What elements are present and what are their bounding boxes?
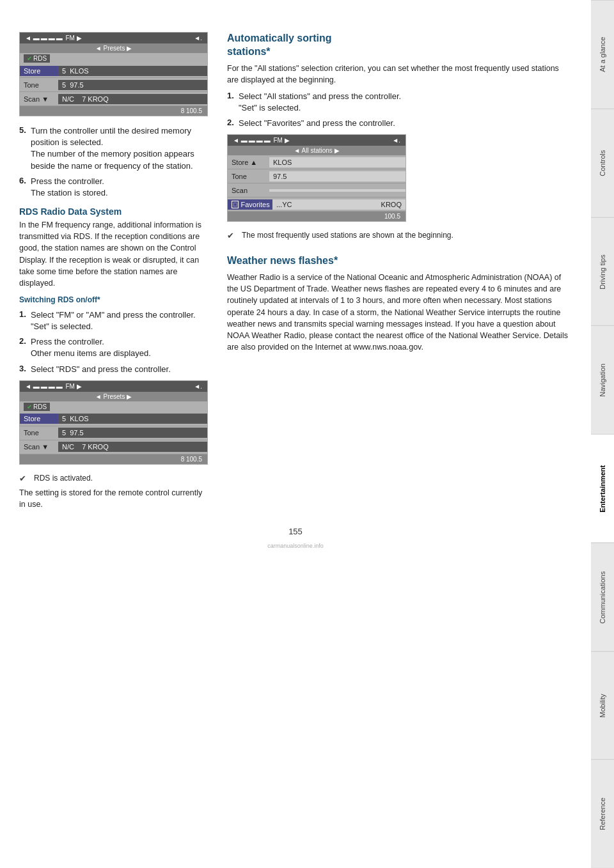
auto-top-bar-left: ◄ ▬▬▬▬ FM ▶ [233,137,290,144]
tab-reference[interactable]: Reference [591,759,614,868]
bottom-bar-2: 8 100.5 [20,454,207,464]
switch-step-1: 1. Select "FM" or "AM" and press the con… [19,309,208,332]
store-label2: Store [20,414,58,424]
screenshot1: ◄ ▬▬▬▬ FM ▶ ◄. ◄ Presets ▶ ✔RDS Store 5 … [19,32,208,116]
fav-right: KROQ [381,201,402,208]
rds-note: The setting is stored for the remote con… [19,487,208,510]
favorites-content: ...YC KROQ [272,199,405,210]
scan-content: N/C 7 KROQ [58,94,207,104]
as-tone-label: Tone [228,171,269,182]
auto-note-text: The most frequently used stations are sh… [242,231,453,240]
switch-step2-text: Press the controller. [31,337,104,346]
tab-at-a-glance[interactable]: At a glance [591,0,614,109]
switch-step1-sub: "Set" is selected. [31,322,93,331]
step5-text: Turn the controller until the desired me… [31,126,191,147]
scan-content2: N/C 7 KROQ [58,442,207,452]
favorites-box-icon: □ [232,201,239,208]
checkmark-icon: ✔ [19,474,31,483]
auto-step1-sub: "Set" is selected. [239,103,301,112]
scan-label2: Scan ▼ [20,442,58,452]
store-label: Store [20,66,58,76]
as-tone-content: 97.5 [269,171,405,182]
step-5: 5. Turn the controller until the desired… [19,125,208,172]
nav-bar-presets: ◄ Presets ▶ [20,43,207,53]
nav-bar-presets2: ◄ Presets ▶ [20,392,207,401]
steps-5-6: 5. Turn the controller until the desired… [19,125,208,199]
tone-content: 5 97.5 [58,80,207,90]
tab-mobility[interactable]: Mobility [591,651,614,760]
switch-step2-sub: Other menu items are displayed. [31,348,151,358]
auto-sort-note: ✔ The most frequently used stations are … [227,231,572,240]
step5-sub: The number of the memory position appear… [31,149,194,170]
weather-heading: Weather news flashes* [227,254,572,268]
scan-label: Scan ▼ [20,94,58,104]
tab-entertainment[interactable]: Entertainment [591,434,614,543]
tone-content2: 5 97.5 [58,428,207,438]
tab-controls[interactable]: Controls [591,109,614,217]
switching-rds-heading: Switching RDS on/off* [19,295,208,304]
right-column: Automatically sorting stations* For the … [227,32,572,514]
auto-sort-screenshot: ◄ ▬▬▬▬ FM ▶ ◄. ◄ All stations ▶ Store ▲ … [227,134,572,222]
top-bar-right2: ◄. [194,383,202,390]
auto-step1-text: Select "All stations" and press the cont… [239,91,401,101]
tab-driving-tips[interactable]: Driving tips [591,217,614,326]
auto-step2-text: Select "Favorites" and press the control… [239,118,572,129]
tab-bar: At a glance Controls Driving tips Naviga… [591,0,614,868]
bottom-bar-1: 8 100.5 [20,106,207,116]
auto-top-bar-right: ◄. [392,137,400,144]
switch-step1-text: Select "FM" or "AM" and press the contro… [31,310,196,320]
rds-body: In the FM frequency range, additional in… [19,219,208,289]
tone-label: Tone [20,80,58,90]
as-scan-content [269,189,405,192]
switch-step-2: 2. Press the controller. Other menu item… [19,336,208,359]
bottom-watermark: carmanualsonline.info [19,543,572,549]
step6-sub: The station is stored. [31,188,108,198]
all-stations-bar: ◄ All stations ▶ [228,146,405,155]
step6-text: Press the controller. [31,176,104,186]
left-column: ◄ ▬▬▬▬ FM ▶ ◄. ◄ Presets ▶ ✔RDS Store 5 … [19,32,208,514]
top-bar-left2: ◄ ▬▬▬▬ FM ▶ [25,383,82,390]
auto-sort-body: For the "All stations" selection criteri… [227,63,572,86]
rds-badge2: ✔RDS [24,403,50,411]
top-bar-right: ◄. [194,35,202,42]
auto-step-2: 2. Select "Favorites" and press the cont… [227,118,572,129]
switch-step-3: 3. Select "RDS" and press the controller… [19,364,208,375]
as-store-content: KLOS [269,157,405,167]
auto-note-icon: ✔ [227,231,239,240]
store-content2: 5 KLOS [58,414,207,424]
store-content: 5 KLOS [58,66,207,76]
page-number: 155 [19,527,572,536]
rds-heading: RDS Radio Data System [19,206,208,217]
screenshot2: ◄ ▬▬▬▬ FM ▶ ◄. ◄ Presets ▶ ✔RDS Store 5 … [19,380,208,465]
switch-step3-text: Select "RDS" and press the controller. [31,364,208,375]
rds-activated-note: ✔ RDS is activated. [19,474,208,483]
as-scan-label: Scan [228,185,269,196]
switching-steps: 1. Select "FM" or "AM" and press the con… [19,309,208,375]
favorites-label: □ Favorites [228,199,272,210]
step-6: 6. Press the controller. The station is … [19,176,208,199]
tone-label2: Tone [20,428,58,438]
auto-step-1: 1. Select "All stations" and press the c… [227,91,572,114]
auto-bottom-bar: 100.5 [228,212,405,221]
main-content: ◄ ▬▬▬▬ FM ▶ ◄. ◄ Presets ▶ ✔RDS Store 5 … [0,0,591,868]
fav-left: ...YC [276,201,292,208]
tab-communications[interactable]: Communications [591,543,614,651]
weather-body: Weather Radio is a service of the Nation… [227,272,572,353]
tab-navigation[interactable]: Navigation [591,325,614,434]
rds-badge: ✔RDS [24,54,50,63]
auto-sort-steps: 1. Select "All stations" and press the c… [227,91,572,130]
top-bar-left: ◄ ▬▬▬▬ FM ▶ [25,35,82,42]
rds-activated-text: RDS is activated. [34,474,93,483]
as-store-label: Store ▲ [228,157,269,167]
auto-sort-heading: Automatically sorting stations* [227,32,572,59]
